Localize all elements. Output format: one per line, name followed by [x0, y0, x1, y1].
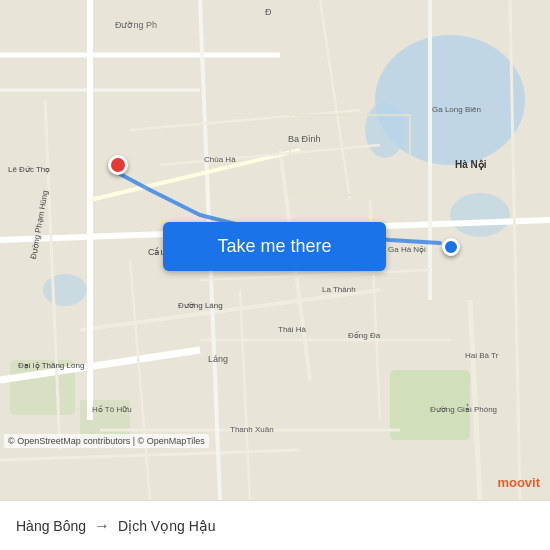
destination-label: Dịch Vọng Hậu: [118, 518, 215, 534]
svg-text:Thái Hà: Thái Hà: [278, 325, 307, 334]
svg-point-2: [365, 102, 405, 158]
svg-text:Hai Bà Tr: Hai Bà Tr: [465, 351, 499, 360]
svg-text:Hà Nội: Hà Nội: [455, 159, 487, 170]
svg-point-3: [450, 193, 510, 237]
svg-text:Ga Hà Nội: Ga Hà Nội: [388, 245, 426, 254]
svg-text:Ba Đình: Ba Đình: [288, 134, 321, 144]
svg-text:Chùa Hà: Chùa Hà: [204, 155, 236, 164]
svg-text:Đại lộ Thăng Long: Đại lộ Thăng Long: [18, 361, 84, 370]
svg-text:Thanh Xuân: Thanh Xuân: [230, 425, 274, 434]
svg-point-4: [43, 274, 87, 306]
origin-label: Hàng Bông: [16, 518, 86, 534]
svg-text:Hồ Tô Hữu: Hồ Tô Hữu: [92, 405, 132, 414]
destination-marker: [442, 238, 460, 256]
svg-text:Đường Giải Phóng: Đường Giải Phóng: [430, 404, 497, 414]
route-info: Hàng Bông → Dịch Vọng Hậu: [16, 517, 216, 535]
svg-text:Đường Ph: Đường Ph: [115, 20, 157, 30]
route-arrow-icon: →: [94, 517, 110, 535]
svg-text:Láng: Láng: [208, 354, 228, 364]
svg-text:Đường Láng: Đường Láng: [178, 301, 223, 310]
logo-text: moovit: [497, 475, 540, 490]
svg-text:La Thành: La Thành: [322, 285, 356, 294]
map[interactable]: Đường Ph Lê Đức Thọ Đường Phạm Hùng Cầu …: [0, 0, 550, 500]
svg-text:Lê Đức Thọ: Lê Đức Thọ: [8, 165, 50, 174]
take-me-there-button[interactable]: Take me there: [163, 222, 386, 271]
svg-text:Ga Long Biên: Ga Long Biên: [432, 105, 481, 114]
moovit-logo: moovit: [497, 475, 540, 490]
svg-text:Đ: Đ: [265, 7, 272, 17]
bottom-bar: Hàng Bông → Dịch Vọng Hậu: [0, 500, 550, 550]
svg-text:Đống Đa: Đống Đa: [348, 331, 381, 340]
map-attribution: © OpenStreetMap contributors | © OpenMap…: [4, 434, 209, 448]
